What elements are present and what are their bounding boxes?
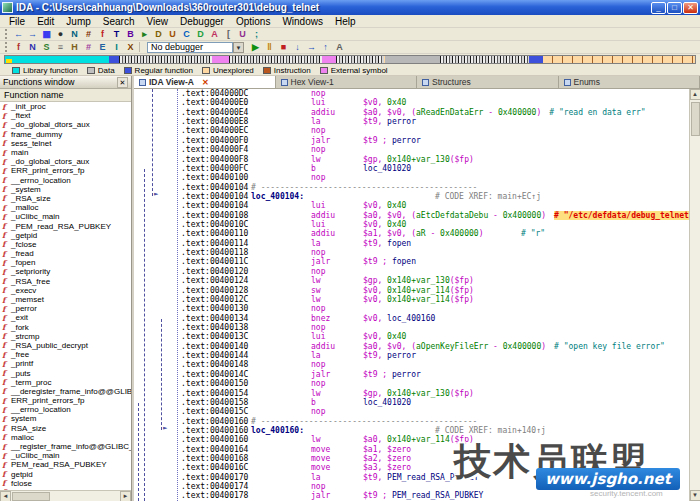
open-exports-window-icon[interactable]: X bbox=[124, 41, 137, 53]
function-list-item[interactable]: f__errno_location bbox=[0, 405, 131, 414]
tab-enums[interactable]: Enums bbox=[559, 76, 700, 88]
open-names-window-icon[interactable]: N bbox=[26, 41, 39, 53]
function-list-item[interactable]: f_getpid bbox=[0, 231, 131, 240]
search-binoculars-icon[interactable]: ● bbox=[54, 28, 67, 40]
function-list-item[interactable]: f__deregister_frame_info@@GLIBC bbox=[0, 387, 131, 396]
function-list-item[interactable]: f_init_proc bbox=[0, 102, 131, 111]
scroll-left-icon[interactable]: ◄ bbox=[0, 491, 11, 501]
back-arrow-icon[interactable]: ← bbox=[12, 28, 25, 40]
disasm-line[interactable]: .text:00400108addiu$a0, $v0, (aEtcDefdat… bbox=[134, 211, 689, 220]
function-list-item[interactable]: f_execv bbox=[0, 286, 131, 295]
disasm-line[interactable]: .text:00400158bloc_401020 bbox=[134, 398, 689, 407]
scroll-right-icon[interactable]: ► bbox=[120, 491, 131, 501]
disasm-line[interactable]: .text:004000F0jalr$t9 ; perror bbox=[134, 136, 689, 145]
menu-item-file[interactable]: File bbox=[3, 16, 31, 27]
next-unexplored-icon[interactable]: U bbox=[166, 28, 179, 40]
function-list-item[interactable]: fERR_print_errors_fp bbox=[0, 166, 131, 175]
function-list-item[interactable]: f_puts bbox=[0, 368, 131, 377]
menu-item-options[interactable]: Options bbox=[230, 16, 276, 27]
function-name-column-header[interactable]: Function name bbox=[0, 89, 131, 102]
next-data-icon[interactable]: D bbox=[152, 28, 165, 40]
disasm-line[interactable]: .text:004000E0lui$v0, 0x40 bbox=[134, 98, 689, 107]
attach-process-icon[interactable]: A bbox=[333, 41, 346, 53]
binary-search-icon[interactable]: B bbox=[124, 28, 137, 40]
function-list-item[interactable]: f_fread bbox=[0, 249, 131, 258]
disasm-line[interactable]: .text:0040015Cnop bbox=[134, 407, 689, 416]
function-list-item[interactable]: f_fopen bbox=[0, 258, 131, 267]
function-list-item[interactable]: fPEM_read_RSA_PUBKEY bbox=[0, 460, 131, 469]
function-list-item[interactable]: f_uClibc_main bbox=[0, 451, 131, 460]
scroll-down-icon[interactable]: ▼ bbox=[690, 490, 700, 501]
menu-item-help[interactable]: Help bbox=[329, 16, 362, 27]
jump-address-icon[interactable]: # bbox=[82, 28, 95, 40]
disasm-line[interactable]: .text:00400134bnez$v0, loc_400160 bbox=[134, 314, 689, 323]
function-list-item[interactable]: f_uClibc_main bbox=[0, 212, 131, 221]
open-structures-window-icon[interactable]: # bbox=[82, 41, 95, 53]
comment-icon[interactable]: ; bbox=[250, 28, 263, 40]
debugger-select-value[interactable]: No debugger bbox=[147, 42, 233, 53]
function-list-item[interactable]: f_RSA_size bbox=[0, 194, 131, 203]
function-list-item[interactable]: f_term_proc bbox=[0, 378, 131, 387]
disasm-line[interactable]: .text:00400110addiu$a1, $v0, (aR - 0x400… bbox=[134, 229, 689, 238]
disasm-line[interactable]: .text:00400120nop bbox=[134, 267, 689, 276]
chevron-down-icon[interactable]: ▼ bbox=[233, 42, 244, 53]
debugger-start-icon[interactable]: ▶ bbox=[249, 41, 262, 53]
function-list-item[interactable]: f_free bbox=[0, 350, 131, 359]
disasm-line[interactable]: .text:00400140addiu$a0, $v0, (aOpenKeyFi… bbox=[134, 342, 689, 351]
vertical-scrollbar[interactable]: ▲ ▼ bbox=[689, 89, 700, 501]
functions-horizontal-scrollbar[interactable]: ◄ ► bbox=[0, 490, 131, 501]
disasm-line[interactable]: .text:004000F4nop bbox=[134, 145, 689, 154]
debugger-select[interactable]: No debugger ▼ bbox=[147, 42, 244, 53]
disasm-line[interactable]: .text:00400160# ------------------------… bbox=[134, 417, 689, 426]
function-list-item[interactable]: fframe_dummy bbox=[0, 130, 131, 139]
open-imports-window-icon[interactable]: I bbox=[110, 41, 123, 53]
disasm-line[interactable]: .text:00400138nop bbox=[134, 323, 689, 332]
disasm-line[interactable]: .text:00400148nop bbox=[134, 360, 689, 369]
function-list-item[interactable]: f_system bbox=[0, 185, 131, 194]
disasm-line[interactable]: .text:0040013Clui$v0, 0x40 bbox=[134, 332, 689, 341]
run-until-return-icon[interactable]: ↑ bbox=[319, 41, 332, 53]
navigation-band-strip[interactable] bbox=[4, 55, 696, 64]
tab-structures[interactable]: Structures bbox=[417, 76, 559, 88]
scroll-up-icon[interactable]: ▲ bbox=[690, 89, 700, 100]
maximize-button[interactable]: □ bbox=[667, 2, 682, 14]
function-list-item[interactable]: f__errno_location bbox=[0, 176, 131, 185]
disasm-line[interactable]: .text:004000FCbloc_401020 bbox=[134, 164, 689, 173]
function-list-item[interactable]: f_RSA_free bbox=[0, 277, 131, 286]
open-strings-window-icon[interactable]: S bbox=[40, 41, 53, 53]
close-panel-icon[interactable]: ✕ bbox=[117, 77, 128, 88]
disasm-line[interactable]: .text:00400104# ------------------------… bbox=[134, 183, 689, 192]
toolbar-drag-handle-2[interactable] bbox=[5, 42, 9, 52]
function-list-item[interactable]: f_exit bbox=[0, 313, 131, 322]
function-list-item[interactable]: f_setpriority bbox=[0, 267, 131, 276]
tab-hex-view-1[interactable]: Hex View-1 bbox=[276, 76, 418, 88]
next-instruction-icon[interactable]: ▸ bbox=[138, 28, 151, 40]
disasm-line[interactable]: .text:0040012Clw$v0, 0x140+var_114($fp) bbox=[134, 295, 689, 304]
open-hex-window-icon[interactable]: H bbox=[68, 41, 81, 53]
function-list-item[interactable]: fgetpid bbox=[0, 470, 131, 479]
disasm-line[interactable]: .text:00400100nop bbox=[134, 173, 689, 182]
open-enums-window-icon[interactable]: E bbox=[96, 41, 109, 53]
function-list-item[interactable]: f_malloc bbox=[0, 203, 131, 212]
function-list-item[interactable]: fsystem bbox=[0, 414, 131, 423]
function-list-item[interactable]: f_RSA_public_decrypt bbox=[0, 341, 131, 350]
disasm-line[interactable]: .text:00400128sw$v0, 0x140+var_114($fp) bbox=[134, 286, 689, 295]
debugger-pause-icon[interactable]: ‖ bbox=[263, 41, 276, 53]
disasm-line[interactable]: .text:004000DCnop bbox=[134, 89, 689, 98]
menu-item-edit[interactable]: Edit bbox=[31, 16, 60, 27]
make-data-icon[interactable]: D bbox=[194, 28, 207, 40]
step-over-icon[interactable]: → bbox=[305, 41, 318, 53]
function-list-item[interactable]: f_memset bbox=[0, 295, 131, 304]
tab-ida-view-a[interactable]: IDA View-A ✕ bbox=[134, 76, 276, 88]
disasm-line[interactable]: .text:004000E4addiu$a0, $v0, (aReadEnDat… bbox=[134, 108, 689, 117]
disasm-line[interactable]: .text:0040011Cjalr$t9 ; fopen bbox=[134, 257, 689, 266]
make-string-icon[interactable]: A bbox=[208, 28, 221, 40]
make-array-icon[interactable]: [ bbox=[222, 28, 235, 40]
menu-item-jump[interactable]: Jump bbox=[60, 16, 96, 27]
function-list-item[interactable]: fERR_print_errors_fp bbox=[0, 396, 131, 405]
disasm-line[interactable]: .text:00400150nop bbox=[134, 379, 689, 388]
open-functions-window-icon[interactable]: f bbox=[12, 41, 25, 53]
disasm-line[interactable]: .text:0040010Clui$v0, 0x40 bbox=[134, 220, 689, 229]
scrollbar-thumb[interactable] bbox=[691, 102, 700, 136]
disasm-line[interactable]: .text:00400160loc_400160:# CODE XREF: ma… bbox=[134, 426, 689, 435]
